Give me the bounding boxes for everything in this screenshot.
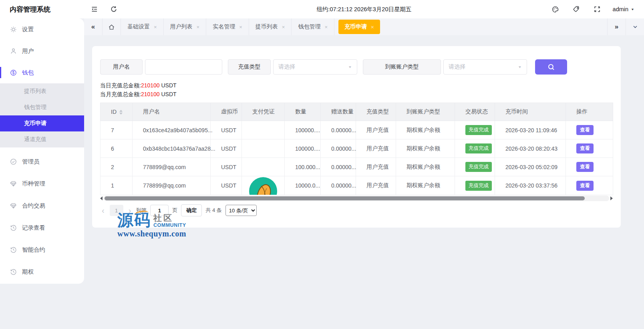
- payment-proof-cell: [242, 121, 285, 139]
- payment-proof-cell: [242, 139, 285, 158]
- sidebar-item-contract-trade[interactable]: 合约交易: [0, 195, 84, 217]
- recharge-type-select[interactable]: 请选择 ▼: [273, 59, 357, 75]
- status-badge: 充值完成: [465, 143, 492, 153]
- prev-page-button[interactable]: ‹: [100, 206, 106, 214]
- payment-proof-image[interactable]: [249, 177, 277, 195]
- tab-close-icon[interactable]: ×: [239, 24, 242, 30]
- sidebar-item-label: 设置: [22, 26, 34, 33]
- view-button[interactable]: 查看: [576, 125, 594, 135]
- tab-close-icon[interactable]: ×: [371, 24, 374, 30]
- sidebar-item-label: 合约交易: [22, 202, 45, 210]
- tab-close-icon[interactable]: ×: [197, 24, 200, 30]
- horizontal-scrollbar: [100, 196, 613, 201]
- tabs-expand-button[interactable]: »: [607, 18, 626, 35]
- fullscreen-icon[interactable]: [592, 4, 602, 14]
- gear-icon: [10, 26, 17, 33]
- scroll-left-arrow-icon[interactable]: [100, 196, 103, 200]
- status-badge: 充值完成: [465, 162, 492, 172]
- search-button[interactable]: [535, 59, 567, 75]
- sidebar-subitem-withdraw-list[interactable]: 提币列表: [0, 83, 84, 99]
- theme-palette-icon[interactable]: [550, 4, 561, 15]
- monthly-total-line: 当月充值总金额:210100 USDT: [100, 90, 613, 99]
- sidebar-item-users[interactable]: 用户: [0, 40, 84, 62]
- table-row: 1 778899@qq.com USDT: [101, 176, 613, 195]
- page-unit-label: 页: [172, 207, 177, 214]
- user-icon: [10, 48, 17, 54]
- col-header-status: 交易状态: [455, 103, 495, 121]
- sidebar-subitem-channel-recharge[interactable]: 通道充值: [0, 131, 84, 147]
- scrollbar-track[interactable]: [104, 196, 609, 201]
- circle-check-icon: [10, 158, 17, 165]
- account-type-label: 到账账户类型: [363, 59, 441, 75]
- sidebar-item-label: 记录查看: [22, 224, 45, 232]
- sidebar-item-admins[interactable]: 管理员: [0, 151, 84, 173]
- chevron-down-icon: [632, 24, 638, 30]
- history-icon: [10, 224, 17, 231]
- menu-fold-icon[interactable]: [89, 4, 100, 14]
- tab-close-icon[interactable]: ×: [154, 24, 157, 30]
- username-filter-input[interactable]: [145, 59, 222, 75]
- view-button[interactable]: 查看: [576, 162, 594, 172]
- sidebar: 设置 用户 钱包 提币列表 钱包管理 充币申请: [0, 18, 84, 284]
- col-header-username: 用户名: [133, 103, 211, 121]
- next-page-button[interactable]: ›: [127, 206, 133, 214]
- clock-display: 纽约:07:21:12 2026年3月20日星期五: [317, 6, 412, 13]
- sidebar-item-label: 期权: [22, 268, 34, 276]
- table-header-row: ID 用户名 虚拟币 支付凭证 数量 赠送数量 充值类型 到账账户类型 交易状态…: [101, 103, 613, 121]
- sort-icon[interactable]: [119, 110, 123, 115]
- app-title: 内容管理系统: [0, 5, 84, 14]
- current-page-button[interactable]: 1: [110, 205, 123, 216]
- page-size-select[interactable]: 10 条/页: [225, 205, 257, 216]
- col-header-gift: 赠送数量: [321, 103, 356, 121]
- user-menu[interactable]: admin ▼: [613, 6, 634, 12]
- sidebar-subitem-wallet-manage[interactable]: 钱包管理: [0, 99, 84, 115]
- tab-item[interactable]: 基础设置 ×: [121, 18, 164, 35]
- view-button[interactable]: 查看: [576, 143, 594, 153]
- col-header-time: 充币时间: [495, 103, 566, 121]
- dollar-circle-icon: [10, 69, 17, 76]
- home-icon: [108, 24, 115, 30]
- sidebar-subitem-deposit-request[interactable]: 充币申请: [0, 115, 84, 131]
- status-badge: 充值完成: [465, 125, 492, 135]
- deposit-requests-table: ID 用户名 虚拟币 支付凭证 数量 赠送数量 充值类型 到账账户类型 交易状态…: [100, 103, 613, 195]
- payment-proof-cell: [242, 176, 285, 195]
- sidebar-item-options[interactable]: 期权: [0, 261, 84, 283]
- col-header-account: 到账账户类型: [396, 103, 455, 121]
- user-name: admin: [613, 6, 629, 12]
- tab-item[interactable]: 钱包管理 ×: [292, 18, 334, 35]
- col-header-id[interactable]: ID: [101, 103, 133, 121]
- sidebar-item-wallet[interactable]: 钱包: [0, 62, 84, 83]
- tab-item[interactable]: 实名管理 ×: [206, 18, 249, 35]
- scroll-right-arrow-icon[interactable]: [610, 196, 613, 200]
- home-tab-button[interactable]: [103, 18, 121, 35]
- diamond-icon: [10, 202, 17, 209]
- tab-close-icon[interactable]: ×: [282, 24, 285, 30]
- confirm-page-button[interactable]: 确定: [181, 204, 202, 216]
- caret-down-icon: ▼: [348, 65, 352, 69]
- tab-item[interactable]: 提币列表 ×: [249, 18, 292, 35]
- refresh-icon[interactable]: [109, 4, 119, 14]
- sidebar-item-records[interactable]: 记录查看: [0, 217, 84, 239]
- tag-icon[interactable]: [571, 4, 582, 14]
- col-header-type: 充值类型: [356, 103, 396, 121]
- sidebar-item-settings[interactable]: 设置: [0, 18, 84, 40]
- tabs-collapse-button[interactable]: «: [84, 18, 103, 35]
- sidebar-item-coin-manage[interactable]: 币种管理: [0, 173, 84, 195]
- view-button[interactable]: 查看: [576, 181, 594, 191]
- goto-label: 到第: [136, 207, 147, 214]
- tabs-dropdown-button[interactable]: [626, 18, 644, 35]
- tab-item-active[interactable]: 充币申请 ×: [338, 20, 380, 34]
- tab-item[interactable]: 用户列表 ×: [164, 18, 207, 35]
- sidebar-item-label: 智能合约: [22, 246, 45, 254]
- recharge-type-label: 充值类型: [228, 59, 271, 75]
- sidebar-item-label: 用户: [22, 47, 34, 55]
- account-type-select[interactable]: 请选择 ▼: [443, 59, 527, 75]
- scrollbar-thumb[interactable]: [105, 196, 585, 200]
- sidebar-item-smart-contract[interactable]: 智能合约: [0, 239, 84, 261]
- monthly-total-value: 210100: [141, 91, 160, 97]
- total-count-label: 共 4 条: [205, 207, 221, 214]
- table-row: 2 778899@qq.com USDT 100.000... 0.00000.…: [101, 158, 613, 176]
- goto-page-input[interactable]: [150, 205, 169, 216]
- tab-close-icon[interactable]: ×: [324, 24, 328, 30]
- sidebar-item-label: 钱包: [22, 69, 34, 77]
